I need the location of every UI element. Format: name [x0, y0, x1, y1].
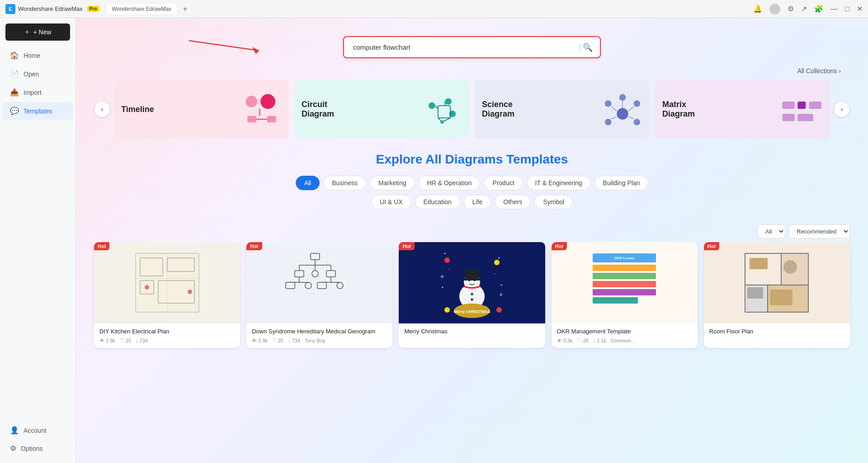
filter-building[interactable]: Building Plan [594, 176, 649, 190]
svg-rect-94 [770, 290, 793, 305]
svg-point-60 [449, 269, 450, 270]
svg-rect-69 [463, 278, 481, 281]
template-title-room: Room Floor Plan [709, 328, 844, 335]
template-card-room[interactable]: Hot Roo [704, 242, 850, 348]
svg-rect-52 [286, 282, 295, 289]
downloads-genogram: ↓ 734 [288, 337, 300, 343]
notification-icon[interactable]: 🔔 [753, 5, 762, 13]
filter-row-1: All Business Marketing HR & Operation Pr… [94, 176, 850, 190]
hot-badge-kitchen: Hot [94, 242, 109, 250]
sidebar-item-open[interactable]: 📄 Open [3, 65, 73, 83]
search-input[interactable] [349, 37, 579, 57]
svg-point-8 [429, 103, 435, 109]
filter-it[interactable]: IT & Engineering [527, 176, 591, 190]
collections-carousel: ‹ Timeline [94, 80, 850, 139]
filter-education[interactable]: Education [415, 195, 460, 209]
circuit-graphic [420, 89, 465, 139]
collection-card-timeline[interactable]: Timeline [114, 80, 289, 139]
collection-card-science[interactable]: ScienceDiagram [475, 80, 650, 139]
template-card-kitchen[interactable]: Hot DIY Kitchen Electrical Plan [94, 242, 240, 348]
template-card-genogram[interactable]: Hot [246, 242, 392, 348]
svg-text:Merry CHRISTMAS: Merry CHRISTMAS [454, 309, 491, 314]
svg-rect-56 [317, 282, 326, 289]
svg-rect-92 [750, 258, 768, 269]
filter-hr[interactable]: HR & Operation [419, 176, 481, 190]
sidebar: ＋ + New 🏠 Home 📄 Open 📥 Import 💬 Templat… [0, 18, 76, 463]
avatar[interactable] [769, 4, 780, 14]
collection-card-circuit[interactable]: CircuitDiagram [294, 80, 469, 139]
svg-point-77 [496, 307, 502, 313]
share-icon[interactable]: ↗ [801, 5, 807, 13]
svg-rect-82 [593, 273, 656, 279]
svg-text:OKR Levels: OKR Levels [614, 256, 635, 260]
sidebar-bottom: 👤 Account ⚙ Options [0, 421, 75, 458]
svg-point-71 [471, 298, 473, 301]
svg-point-17 [605, 100, 612, 107]
all-collections-link[interactable]: All Collections › [797, 67, 841, 75]
new-button-label: + New [33, 28, 51, 36]
filter-life[interactable]: Life [464, 195, 491, 209]
sidebar-item-home[interactable]: 🏠 Home [3, 47, 73, 64]
svg-rect-11 [438, 106, 450, 118]
science-label: ScienceDiagram [482, 100, 514, 119]
pro-badge: Pro [87, 6, 99, 12]
collection-card-matrix[interactable]: MatrixDiagram [655, 80, 830, 139]
template-card-okr[interactable]: Hot OKR Levels OKR Management Template [552, 242, 698, 348]
filter-select[interactable]: All [758, 224, 785, 239]
minimize-button[interactable]: — [830, 5, 838, 13]
template-card-christmas[interactable]: Hot [399, 242, 545, 348]
filter-row-2: UI & UX Education Life Others Symbol [94, 195, 850, 209]
svg-line-23 [611, 107, 617, 111]
close-button[interactable]: ✕ [857, 5, 863, 13]
matrix-graphic [780, 89, 826, 139]
template-title-christmas: Merry Christmas [404, 328, 539, 335]
collections-header: All Collections › [94, 67, 850, 75]
extension-icon[interactable]: 🧩 [814, 5, 823, 13]
templates-icon: 💬 [10, 107, 19, 115]
svg-line-0 [189, 41, 259, 51]
settings-icon[interactable]: ⚙ [788, 5, 794, 13]
svg-point-74 [444, 257, 450, 263]
svg-point-38 [188, 290, 192, 294]
filter-others[interactable]: Others [495, 195, 531, 209]
sidebar-item-account[interactable]: 👤 Account [3, 421, 73, 439]
sort-select[interactable]: Recommended [789, 224, 850, 239]
collections-grid: Timeline [114, 80, 830, 139]
svg-point-53 [305, 282, 311, 289]
content-area: | 🔍 All Collections › ‹ Timeline [76, 18, 868, 463]
svg-line-12 [435, 106, 438, 109]
template-body-okr: OKR Management Template 👁 3.3k ♡ 28 ↓ 1.… [552, 323, 698, 348]
views-genogram: 👁 2.9k [252, 337, 268, 343]
sidebar-item-options[interactable]: ⚙ Options [3, 440, 73, 457]
template-meta-kitchen: 👁 2.9k ♡ 25 ↓ 734 [99, 337, 235, 343]
svg-marker-1 [252, 47, 259, 54]
carousel-next-button[interactable]: › [834, 101, 850, 117]
sidebar-item-import[interactable]: 📥 Import [3, 84, 73, 101]
filter-uiux[interactable]: UI & UX [371, 195, 411, 209]
carousel-prev-button[interactable]: ‹ [94, 101, 110, 117]
matrix-label: MatrixDiagram [662, 100, 695, 119]
open-icon: 📄 [10, 70, 19, 78]
search-button[interactable]: 🔍 [581, 41, 594, 54]
filter-business[interactable]: Business [323, 176, 366, 190]
svg-point-9 [445, 98, 452, 105]
svg-point-58 [444, 253, 446, 254]
filter-symbol[interactable]: Symbol [534, 195, 573, 209]
sidebar-options-label: Options [21, 445, 42, 452]
new-button[interactable]: ＋ + New [5, 23, 70, 41]
likes-okr: ♡ 28 [577, 337, 588, 343]
hot-badge-genogram: Hot [246, 242, 262, 250]
filter-product[interactable]: Product [484, 176, 523, 190]
app-tab[interactable]: Wondershare EdrawMax [107, 4, 177, 14]
svg-text:❄: ❄ [499, 292, 503, 297]
add-tab-button[interactable]: + [180, 5, 189, 14]
sidebar-item-templates[interactable]: 💬 Templates [3, 102, 73, 120]
filter-marketing[interactable]: Marketing [370, 176, 415, 190]
template-title-kitchen: DIY Kitchen Electrical Plan [99, 328, 235, 335]
templates-grid: Hot DIY Kitchen Electrical Plan [76, 242, 868, 357]
views-okr: 👁 3.3k [557, 337, 573, 343]
maximize-button[interactable]: □ [845, 5, 849, 13]
app-name: Wondershare EdrawMax [18, 5, 83, 12]
svg-rect-85 [593, 297, 638, 304]
filter-all[interactable]: All [296, 176, 320, 190]
